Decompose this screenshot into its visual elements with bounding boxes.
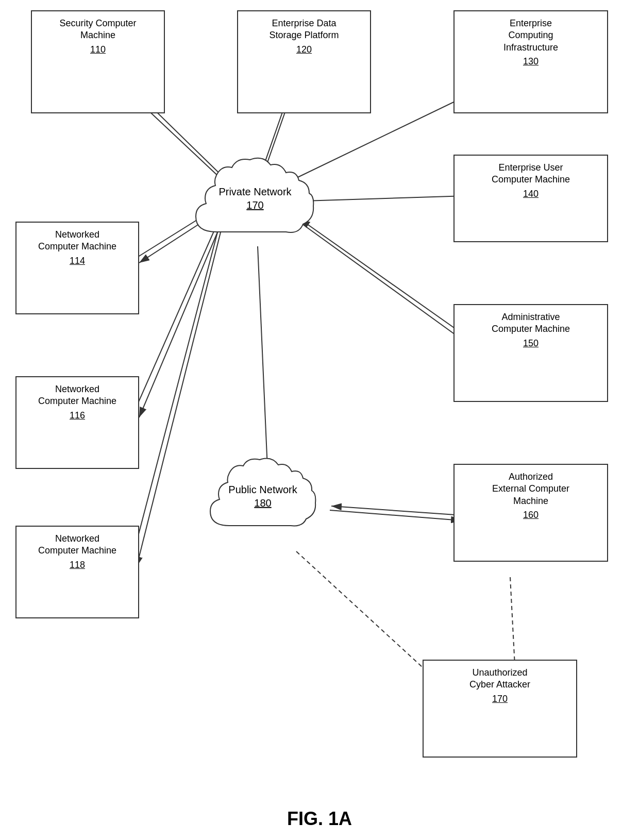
node-id: 118 — [22, 559, 133, 571]
node-storage-120: Enterprise DataStorage Platform 120 — [237, 10, 371, 113]
node-label: Enterprise DataStorage Platform — [269, 18, 339, 40]
node-user-140: Enterprise UserComputer Machine 140 — [453, 155, 608, 242]
figure-caption: FIG. 1A — [0, 808, 639, 830]
node-label: NetworkedComputer Machine — [38, 229, 116, 251]
node-id: 170 — [429, 693, 571, 705]
cloud-name: Public Network — [228, 483, 297, 495]
node-networked-114: NetworkedComputer Machine 114 — [15, 222, 139, 314]
cloud-label: Private Network 170 — [186, 185, 325, 212]
svg-line-18 — [331, 506, 463, 515]
node-id: 120 — [243, 44, 365, 56]
node-label: Security ComputerMachine — [59, 18, 136, 40]
svg-line-16 — [258, 246, 268, 479]
cloud-id: 180 — [201, 496, 325, 509]
cloud-id: 170 — [186, 198, 325, 212]
diagram: 100 Security ComputerMachine 110 Enterpr… — [0, 0, 639, 788]
node-id: 116 — [22, 410, 133, 422]
node-computing-130: EnterpriseComputingInfrastructure 130 — [453, 10, 608, 113]
node-admin-150: AdministrativeComputer Machine 150 — [453, 304, 608, 402]
node-id: 114 — [22, 255, 133, 267]
node-authorized-160: AuthorizedExternal ComputerMachine 160 — [453, 464, 608, 562]
node-id: 110 — [37, 44, 159, 56]
node-label: NetworkedComputer Machine — [38, 384, 116, 406]
node-label: NetworkedComputer Machine — [38, 533, 116, 556]
cloud-label: Public Network 180 — [201, 482, 325, 509]
node-networked-118: NetworkedComputer Machine 118 — [15, 526, 139, 618]
cloud-name: Private Network — [218, 186, 291, 197]
node-id: 150 — [460, 338, 602, 349]
node-label: AuthorizedExternal ComputerMachine — [492, 472, 569, 506]
svg-line-9 — [300, 219, 468, 338]
node-label: EnterpriseComputingInfrastructure — [503, 18, 558, 53]
node-label: UnauthorizedCyber Attacker — [469, 667, 530, 690]
cloud-public-network: Public Network 180 — [201, 453, 325, 544]
node-networked-116: NetworkedComputer Machine 116 — [15, 376, 139, 469]
node-label: AdministrativeComputer Machine — [492, 312, 570, 334]
svg-line-7 — [304, 196, 466, 201]
node-id: 130 — [460, 56, 602, 68]
node-id: 160 — [460, 509, 602, 521]
node-id: 140 — [460, 188, 602, 200]
svg-line-17 — [330, 510, 461, 520]
node-attacker-170: UnauthorizedCyber Attacker 170 — [423, 660, 577, 758]
cloud-private-network: Private Network 170 — [186, 149, 325, 253]
node-security-110: Security ComputerMachine 110 — [31, 10, 165, 113]
node-label: Enterprise UserComputer Machine — [492, 162, 570, 184]
